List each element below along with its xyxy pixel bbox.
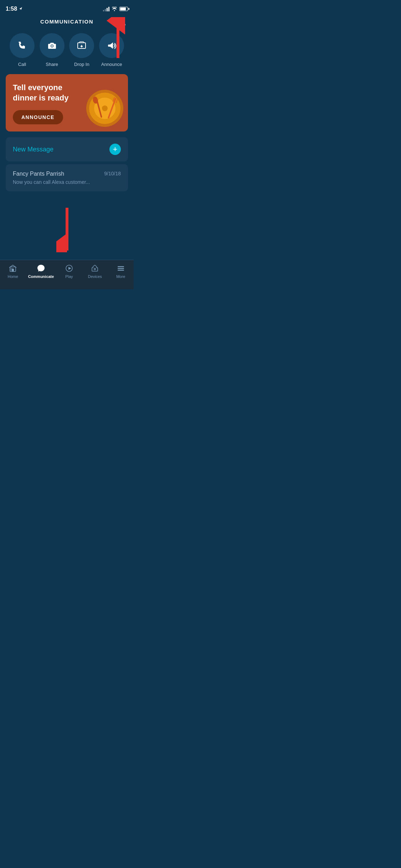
new-message-row[interactable]: New Message +	[6, 137, 128, 161]
svg-marker-28	[68, 267, 71, 270]
message-contact-name: Fancy Pants Parrish	[13, 171, 64, 177]
nav-communicate[interactable]: Communicate	[28, 264, 54, 279]
devices-nav-icon	[90, 264, 99, 273]
promo-announce-button[interactable]: ANNOUNCE	[13, 110, 63, 124]
svg-point-3	[120, 18, 123, 22]
camera-icon	[46, 40, 58, 51]
nav-more[interactable]: More	[110, 264, 132, 279]
dropin-icon	[76, 40, 87, 51]
arrow-bottom-indicator	[56, 206, 78, 254]
bottom-nav: Home Communicate Play	[0, 260, 134, 289]
svg-rect-32	[118, 270, 124, 271]
svg-point-25	[41, 268, 42, 269]
svg-point-5	[51, 45, 53, 47]
new-message-plus-button[interactable]: +	[109, 144, 121, 155]
promo-banner: Tell everyone dinner is ready ANNOUNCE	[6, 74, 128, 131]
nav-play-label: Play	[65, 274, 73, 279]
action-dropin[interactable]: Drop In	[69, 33, 94, 67]
action-announce[interactable]: Announce	[99, 33, 124, 67]
call-circle	[10, 33, 35, 58]
status-bar: 1:58	[0, 0, 134, 16]
profile-button[interactable]	[115, 15, 128, 28]
share-circle	[40, 33, 65, 58]
home-nav-icon	[8, 264, 17, 273]
status-time: 1:58	[6, 6, 17, 12]
message-date: 9/10/18	[104, 171, 121, 177]
announce-label: Announce	[101, 62, 122, 67]
signal-bars	[103, 6, 109, 11]
call-label: Call	[18, 62, 26, 67]
more-nav-icon	[116, 264, 125, 273]
battery-icon	[119, 7, 128, 11]
action-call[interactable]: Call	[10, 33, 35, 67]
nav-devices[interactable]: Devices	[84, 264, 106, 279]
nav-communicate-label: Communicate	[28, 274, 54, 279]
nav-devices-label: Devices	[88, 274, 102, 279]
svg-rect-21	[10, 268, 12, 269]
nav-more-label: More	[116, 274, 125, 279]
new-message-label: New Message	[13, 146, 53, 153]
svg-rect-31	[118, 268, 124, 269]
nav-play[interactable]: Play	[58, 264, 80, 279]
dropin-circle	[69, 33, 94, 58]
location-arrow-icon	[19, 7, 23, 11]
svg-rect-30	[118, 266, 124, 267]
announce-icon	[106, 40, 117, 51]
action-buttons-row: Call Share Drop In	[0, 27, 134, 74]
wifi-icon	[112, 7, 117, 11]
announce-circle	[99, 33, 124, 58]
svg-point-10	[102, 105, 108, 111]
header: COMMUNICATION	[0, 16, 134, 27]
svg-point-29	[94, 268, 96, 270]
status-icons	[103, 6, 128, 11]
plate-illustration	[83, 87, 128, 131]
svg-point-24	[39, 268, 40, 269]
svg-rect-23	[10, 270, 12, 271]
promo-title: Tell everyone dinner is ready	[13, 83, 78, 103]
phone-icon	[16, 40, 28, 51]
profile-icon	[117, 17, 127, 27]
nav-home[interactable]: Home	[2, 264, 24, 279]
action-share[interactable]: Share	[40, 33, 65, 67]
message-item-0[interactable]: Fancy Pants Parrish 9/10/18 Now you can …	[6, 164, 128, 191]
message-header-0: Fancy Pants Parrish 9/10/18	[13, 171, 121, 177]
svg-point-26	[42, 268, 43, 269]
play-nav-icon	[65, 264, 74, 273]
message-preview: Now you can call Alexa customer...	[13, 179, 121, 185]
nav-home-label: Home	[8, 274, 18, 279]
page-title: COMMUNICATION	[40, 19, 93, 25]
dropin-label: Drop In	[74, 62, 89, 67]
share-label: Share	[46, 62, 58, 67]
communicate-nav-icon	[36, 264, 46, 273]
svg-rect-22	[10, 269, 12, 270]
